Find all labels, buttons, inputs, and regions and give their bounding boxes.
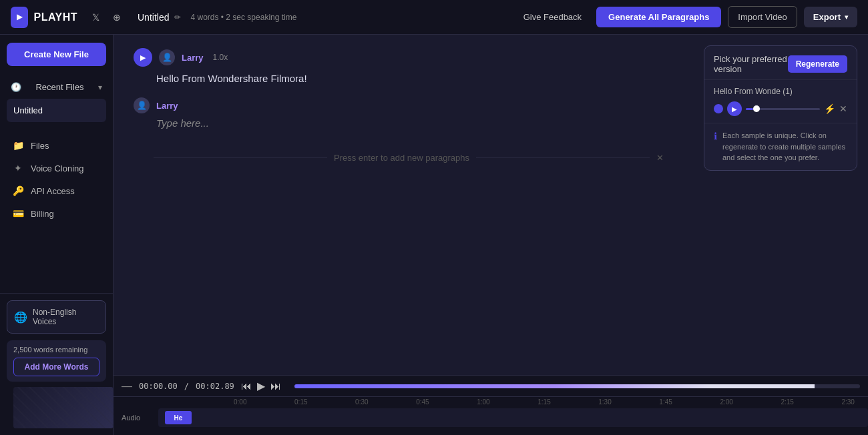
timeline-controls: ⏮ ▶ ⏭	[241, 380, 281, 392]
press-enter-hint: Press enter to add new paragraphs ✕	[134, 139, 684, 176]
export-button[interactable]: Export ▾	[804, 7, 857, 27]
editor-main: ▶ 👤 Larry 1.0x Hello From Wondershare Fi…	[114, 35, 868, 375]
skip-back-button[interactable]: ⏮	[241, 380, 252, 392]
timeline-progress-bar[interactable]	[294, 384, 860, 388]
audio-progress-thumb	[753, 105, 760, 112]
popup-panel-header: Pick your preferred version Regenerate	[704, 46, 857, 80]
topbar-actions: Give Feedback Generate All Paragraphs Im…	[515, 6, 857, 28]
give-feedback-button[interactable]: Give Feedback	[515, 8, 590, 26]
recent-files-section: 🕐 Recent Files ▾ Untitled	[0, 74, 113, 129]
play-sample-button[interactable]: ▶	[727, 101, 742, 116]
skip-forward-button[interactable]: ⏭	[270, 380, 281, 392]
social-icons: 𝕏 ⊕	[88, 10, 124, 25]
audio-controls: ▶ ⚡ ✕	[714, 101, 847, 116]
topbar-center: Untitled ✏ 4 words • 2 sec speaking time	[124, 12, 515, 23]
create-new-file-button[interactable]: Create New File	[7, 43, 106, 66]
edit-title-icon[interactable]: ✏	[174, 13, 181, 22]
words-remaining-text: 2,500 words remaining	[13, 346, 99, 354]
main-content: Create New File 🕐 Recent Files ▾ Untitle…	[0, 35, 868, 435]
paragraph-block-2: 👤 Larry Type here...	[134, 97, 684, 129]
import-video-button[interactable]: Import Video	[728, 6, 797, 28]
speed-control-icon[interactable]: ⚡	[824, 103, 835, 114]
paragraph-block-1: ▶ 👤 Larry 1.0x Hello From Wondershare Fi…	[134, 48, 684, 87]
sidebar-item-api-access[interactable]: 🔑 API Access	[7, 179, 106, 202]
recent-file-item[interactable]: Untitled	[7, 99, 106, 122]
timeline-area: — 00:00.00 / 00:02.89 ⏮ ▶ ⏭ 0:00 0:15 0:…	[114, 375, 868, 435]
track-lane-audio[interactable]: He	[158, 408, 868, 427]
file-title: Untitled	[138, 12, 169, 23]
track-label-audio: Audio	[122, 414, 158, 422]
generate-all-button[interactable]: Generate All Paragraphs	[596, 7, 721, 27]
timeline-toolbar: — 00:00.00 / 00:02.89 ⏮ ▶ ⏭	[114, 376, 868, 397]
paragraph-input-2[interactable]: Type here...	[134, 117, 684, 129]
close-sample-icon[interactable]: ✕	[839, 103, 847, 114]
press-enter-text: Press enter to add new paragraphs	[334, 153, 469, 163]
popup-panel: Pick your preferred version Regenerate H…	[704, 45, 857, 171]
sidebar-item-files[interactable]: 📁 Files	[7, 134, 106, 157]
files-icon: 📁	[12, 140, 24, 151]
topbar: ▶ PLAYHT 𝕏 ⊕ Untitled ✏ 4 words • 2 sec …	[0, 0, 868, 35]
chevron-down-icon: ▾	[98, 83, 102, 92]
logo-area: ▶ PLAYHT 𝕏 ⊕	[11, 7, 124, 28]
sidebar-nav: 📁 Files ✦ Voice Cloning 🔑 API Access 💳 B…	[0, 129, 113, 293]
audio-progress-bar[interactable]	[746, 108, 820, 110]
track-block-audio[interactable]: He	[165, 411, 192, 424]
sidebar: Create New File 🕐 Recent Files ▾ Untitle…	[0, 35, 114, 435]
speaker-avatar-2: 👤	[134, 97, 150, 113]
logo-icon: ▶	[11, 7, 28, 28]
hint-line-right	[476, 157, 650, 158]
play-pause-button[interactable]: ▶	[257, 380, 265, 392]
twitter-icon[interactable]: 𝕏	[88, 10, 103, 25]
file-meta: 4 words • 2 sec speaking time	[190, 13, 296, 22]
ruler-marks: 0:00 0:15 0:30 0:45 1:00 1:15 1:30 1:45 …	[234, 398, 868, 406]
audio-progress-fill	[746, 108, 753, 110]
timeline-mute-button[interactable]: —	[122, 380, 132, 392]
speaker-name-2[interactable]: Larry	[156, 101, 178, 111]
paragraph-header-1: ▶ 👤 Larry 1.0x	[134, 48, 684, 67]
sidebar-bottom: 🌐 Non-English Voices 2,500 words remaini…	[0, 293, 113, 435]
speaker-name-1[interactable]: Larry	[182, 53, 204, 63]
hint-line-left	[154, 157, 327, 158]
regenerate-button[interactable]: Regenerate	[788, 55, 847, 73]
api-key-icon: 🔑	[12, 185, 24, 196]
words-remaining-box: 2,500 words remaining Add More Words	[7, 340, 106, 382]
globe-icon: 🌐	[14, 311, 27, 324]
speaker-avatar-1: 👤	[159, 49, 175, 65]
paragraph-text-1[interactable]: Hello From Wondershare Filmora!	[134, 71, 684, 87]
dismiss-hint-button[interactable]: ✕	[656, 153, 664, 163]
timeline-time-separator: /	[184, 382, 189, 391]
logo-text: PLAYHT	[33, 11, 77, 23]
timeline-ruler: 0:00 0:15 0:30 0:45 1:00 1:15 1:30 1:45 …	[114, 397, 868, 406]
editor-area: ▶ 👤 Larry 1.0x Hello From Wondershare Fi…	[114, 35, 868, 435]
voice-cloning-icon: ✦	[12, 163, 24, 173]
billing-icon: 💳	[12, 208, 24, 219]
popup-panel-title: Pick your preferred version	[714, 54, 788, 74]
play-paragraph-1-button[interactable]: ▶	[134, 48, 152, 67]
non-english-label: Non-English Voices	[33, 308, 99, 326]
timeline-tracks: Audio He	[114, 406, 868, 430]
non-english-voices-box[interactable]: 🌐 Non-English Voices	[7, 300, 106, 334]
chevron-down-icon: ▾	[845, 13, 848, 21]
timeline-progress-fill	[294, 384, 815, 388]
add-more-words-button[interactable]: Add More Words	[13, 358, 99, 376]
timeline-time-total: 00:02.89	[196, 382, 234, 391]
editor-content: ▶ 👤 Larry 1.0x Hello From Wondershare Fi…	[114, 35, 704, 375]
timeline-time-current: 00:00.00	[139, 382, 178, 391]
sidebar-item-billing[interactable]: 💳 Billing	[7, 202, 106, 225]
popup-info: ℹ Each sample is unique. Click on regene…	[704, 123, 857, 170]
audio-sample: Hello From Wonde (1) ▶ ⚡ ✕	[704, 80, 857, 123]
speed-badge-1[interactable]: 1.0x	[213, 53, 228, 62]
info-text: Each sample is unique. Click on regenera…	[722, 130, 847, 163]
radio-select-sample[interactable]	[714, 104, 723, 113]
recent-files-header[interactable]: 🕐 Recent Files ▾	[7, 78, 106, 96]
clock-icon: 🕐	[11, 82, 21, 92]
sidebar-item-voice-cloning[interactable]: ✦ Voice Cloning	[7, 157, 106, 179]
info-icon: ℹ	[714, 131, 717, 141]
discord-icon[interactable]: ⊕	[110, 10, 124, 25]
paragraph-header-2: 👤 Larry	[134, 97, 684, 113]
audio-sample-title: Hello From Wonde (1)	[714, 87, 847, 96]
thumbnail-preview	[13, 387, 114, 428]
